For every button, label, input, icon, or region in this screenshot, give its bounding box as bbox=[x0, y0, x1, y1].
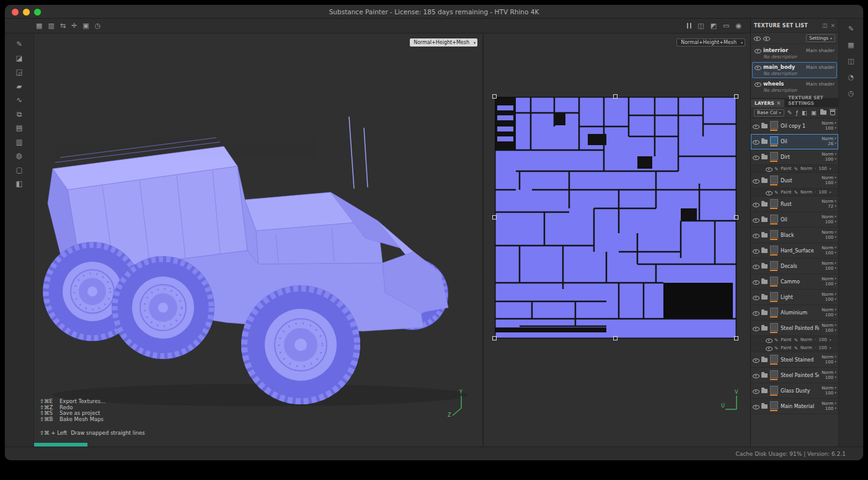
layer-row[interactable]: Cammo Norm▾ 100▾ bbox=[751, 274, 838, 290]
paint-effect-row[interactable]: ✎ Paint ✎ Norm · 100 ▾ bbox=[751, 344, 838, 352]
texture-set-row[interactable]: wheels Main shader No description bbox=[752, 79, 837, 95]
layer-row[interactable]: Steel Painted Roug... Norm▾ 100▾ bbox=[751, 321, 838, 336]
add-paint-layer-icon[interactable]: ✎ bbox=[787, 110, 792, 116]
layer-blend-mode[interactable]: Norm▾ bbox=[822, 262, 836, 266]
layer-name[interactable]: Rust bbox=[781, 202, 819, 207]
paint-label[interactable]: Paint bbox=[781, 166, 791, 171]
paint-opacity[interactable]: 100 bbox=[818, 190, 826, 195]
paint-effect-row[interactable]: ✎ Paint ✎ Norm · 100 ▾ bbox=[751, 189, 838, 197]
layer-name[interactable]: Dust bbox=[781, 178, 819, 184]
layer-opacity[interactable]: 100▾ bbox=[825, 407, 836, 411]
layer-thumbnail[interactable] bbox=[770, 323, 778, 333]
layer-blend-mode[interactable]: Norm▾ bbox=[822, 386, 836, 391]
layer-thumbnail[interactable] bbox=[770, 121, 778, 131]
layer-name[interactable]: Oil bbox=[781, 139, 819, 144]
display-mode-icon[interactable]: ▭ bbox=[723, 22, 729, 29]
eye-icon[interactable] bbox=[766, 190, 772, 195]
quick-mask-icon[interactable]: ▥ bbox=[16, 139, 23, 146]
layer-row[interactable]: ✎ Paint ✎ Norm · 100 ▾ bbox=[751, 344, 838, 352]
viewport-2d[interactable]: Normal+Height+Mesh ▾ V U bbox=[484, 33, 750, 447]
layer-row[interactable]: Black Norm▾ 100▾ bbox=[751, 228, 838, 243]
paint-label[interactable]: Paint bbox=[781, 190, 791, 195]
transform-handle[interactable] bbox=[734, 215, 738, 220]
pause-engine-icon[interactable] bbox=[687, 23, 691, 29]
texture-set-list-header[interactable]: TEXTURE SET LIST ◫ × bbox=[751, 19, 838, 33]
layer-name[interactable]: Light bbox=[781, 295, 819, 300]
layer-thumbnail[interactable] bbox=[770, 215, 778, 224]
eye-icon[interactable] bbox=[755, 81, 761, 86]
layer-blend-mode[interactable]: Norm▾ bbox=[822, 355, 836, 360]
eye-icon[interactable] bbox=[755, 48, 761, 53]
layer-row[interactable]: ✎ Paint ✎ Norm · 100 ▾ bbox=[751, 336, 838, 344]
smudge-tool-icon[interactable]: ∿ bbox=[16, 97, 22, 104]
eye-icon[interactable] bbox=[763, 36, 769, 41]
layer-thumbnail[interactable] bbox=[770, 308, 778, 318]
save-state-icon[interactable]: ◩ bbox=[711, 22, 717, 29]
texture-set-shader[interactable]: Main shader bbox=[806, 64, 835, 70]
layer-thumbnail[interactable] bbox=[770, 199, 778, 209]
layer-opacity[interactable]: 100▾ bbox=[825, 360, 836, 365]
navigation-gizmo-3d[interactable]: Y Z bbox=[446, 388, 471, 418]
eye-icon[interactable] bbox=[753, 217, 759, 222]
layer-thumbnail[interactable] bbox=[770, 176, 778, 185]
tab-layers[interactable]: LAYERS × bbox=[751, 99, 784, 107]
clone-tool-icon[interactable]: ⧉ bbox=[17, 111, 22, 118]
layer-name[interactable]: Cammo bbox=[781, 279, 819, 285]
split-view-icon[interactable]: ◫ bbox=[698, 22, 704, 29]
viewport-3d[interactable]: Normal+Height+Mesh ▾ ⇧⌘E Export Textures… bbox=[34, 33, 482, 447]
eye-icon[interactable] bbox=[753, 233, 759, 238]
layer-opacity[interactable]: 26▾ bbox=[828, 142, 836, 146]
paint-blend-mode[interactable]: Norm bbox=[800, 337, 812, 342]
eye-icon[interactable] bbox=[753, 202, 759, 207]
layer-blend-mode[interactable]: Norm▾ bbox=[822, 200, 836, 204]
stencil-icon[interactable]: ◍ bbox=[16, 153, 22, 160]
transform-handle[interactable] bbox=[492, 94, 497, 99]
screenshot-camera-icon[interactable]: ◉ bbox=[735, 22, 742, 29]
grid-icon[interactable]: ▥ bbox=[48, 22, 54, 29]
display-settings-icon[interactable]: ◧ bbox=[16, 180, 23, 188]
layer-blend-mode[interactable]: Norm▾ bbox=[822, 293, 836, 297]
layer-thumbnail[interactable] bbox=[770, 292, 778, 302]
eye-icon[interactable] bbox=[766, 345, 772, 350]
texture-set-shader[interactable]: Main shader bbox=[806, 81, 835, 87]
texture-set-name[interactable]: wheels bbox=[763, 81, 784, 87]
pen-pressure-icon[interactable]: ✎ bbox=[848, 25, 854, 33]
layer-row[interactable]: Dirt Norm▾ 100▾ bbox=[751, 149, 838, 165]
layer-opacity[interactable]: 100▾ bbox=[825, 391, 836, 396]
paint-blend-mode[interactable]: Norm bbox=[800, 166, 812, 171]
layer-row[interactable]: Oil Norm▾ 26▾ bbox=[751, 134, 838, 149]
transform-handle[interactable] bbox=[492, 336, 497, 340]
layer-blend-mode[interactable]: Norm▾ bbox=[822, 176, 836, 180]
layer-name[interactable]: Steel Stained bbox=[781, 357, 819, 363]
eye-icon[interactable] bbox=[755, 64, 761, 69]
layer-blend-mode[interactable]: Norm▾ bbox=[822, 371, 836, 375]
transform-handle[interactable] bbox=[613, 336, 618, 340]
layer-opacity[interactable]: 72▾ bbox=[828, 205, 836, 209]
eye-icon[interactable] bbox=[753, 123, 759, 128]
layer-name[interactable]: Steel Painted Roug... bbox=[781, 326, 819, 331]
projection-tool-icon[interactable]: ◲ bbox=[16, 69, 23, 76]
layer-opacity[interactable]: 100▾ bbox=[825, 158, 836, 162]
layer-blend-mode[interactable]: Norm▾ bbox=[822, 122, 836, 126]
layer-row[interactable]: Glass Dusty Norm▾ 100▾ bbox=[751, 383, 838, 399]
layer-row[interactable]: Dust Norm▾ 100▾ bbox=[751, 173, 838, 189]
eye-icon[interactable] bbox=[753, 279, 759, 284]
paint-effect-row[interactable]: ✎ Paint ✎ Norm · 100 ▾ bbox=[751, 336, 838, 344]
channel-select-2d[interactable]: Normal+Height+Mesh ▾ bbox=[676, 38, 745, 47]
layer-opacity[interactable]: 100▾ bbox=[825, 127, 836, 131]
layer-blend-mode[interactable]: Norm▾ bbox=[822, 246, 836, 251]
eye-icon[interactable] bbox=[753, 154, 759, 159]
layer-opacity[interactable]: 100▾ bbox=[825, 329, 836, 333]
layer-thumbnail[interactable] bbox=[770, 386, 778, 396]
layer-name[interactable]: Steel Painted Scra... bbox=[781, 373, 819, 378]
eye-icon[interactable] bbox=[753, 357, 759, 362]
eye-icon[interactable] bbox=[753, 178, 759, 183]
eye-icon[interactable] bbox=[754, 36, 760, 41]
layer-thumbnail[interactable] bbox=[770, 246, 778, 256]
layer-name[interactable]: Oil copy 1 bbox=[781, 123, 819, 129]
eye-icon[interactable] bbox=[766, 337, 772, 342]
layer-name[interactable]: Decals bbox=[781, 264, 819, 269]
eye-icon[interactable] bbox=[753, 388, 759, 393]
layer-blend-mode[interactable]: Norm▾ bbox=[822, 215, 836, 220]
layer-opacity[interactable]: 100▾ bbox=[825, 251, 836, 256]
